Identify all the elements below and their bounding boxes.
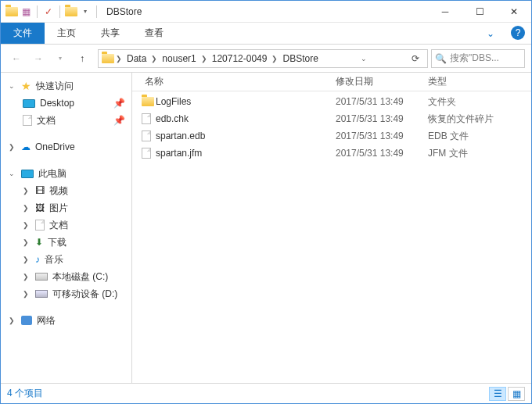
column-type[interactable]: 类型 xyxy=(428,75,531,88)
breadcrumb-dropdown-icon[interactable]: ⌄ xyxy=(361,55,367,63)
search-placeholder: 搜索"DBS... xyxy=(450,52,499,65)
file-type: 恢复的文件碎片 xyxy=(428,113,494,126)
chevron-right-icon[interactable]: ❯ xyxy=(23,221,31,229)
sidebar-item-documents[interactable]: 文档 📌 xyxy=(1,112,131,129)
star-icon: ★ xyxy=(21,80,31,92)
sidebar-label: 文档 xyxy=(49,219,68,232)
file-date: 2017/5/31 13:49 xyxy=(336,148,428,159)
pc-icon xyxy=(21,170,34,178)
search-input[interactable]: 🔍 搜索"DBS... xyxy=(431,49,525,68)
sidebar-label: 下载 xyxy=(48,236,66,249)
refresh-button[interactable]: ⟳ xyxy=(407,53,424,64)
view-switcher: ☰ ▦ xyxy=(489,387,525,401)
breadcrumb-folder-icon xyxy=(102,52,114,65)
chevron-right-icon[interactable]: ❯ xyxy=(23,256,31,263)
file-date: 2017/5/31 13:49 xyxy=(336,96,428,107)
chevron-down-icon[interactable]: ⌄ xyxy=(9,170,16,177)
chevron-right-icon[interactable]: ❯ xyxy=(9,143,16,151)
breadcrumb-segment[interactable]: nouser1 xyxy=(159,53,199,64)
chevron-right-icon[interactable]: ❯ xyxy=(23,273,31,281)
chevron-right-icon[interactable]: ❯ xyxy=(116,55,122,63)
pin-icon: 📌 xyxy=(113,115,125,126)
file-type: EDB 文件 xyxy=(428,130,469,143)
file-name: edb.chk xyxy=(156,113,336,124)
chevron-down-icon[interactable]: ⌄ xyxy=(9,82,16,90)
file-date: 2017/5/31 13:49 xyxy=(336,113,428,124)
sidebar-item-pictures[interactable]: ❯ 🖼 图片 xyxy=(1,199,131,216)
tab-view[interactable]: 查看 xyxy=(132,23,176,44)
details-view-button[interactable]: ☰ xyxy=(489,387,506,401)
nav-history-dropdown[interactable]: ▾ xyxy=(51,49,70,68)
music-icon: ♪ xyxy=(35,254,40,265)
download-icon: ⬇ xyxy=(35,237,43,248)
sidebar-item-quick-access[interactable]: ⌄ ★ 快速访问 xyxy=(1,77,131,95)
nav-back-button[interactable]: ← xyxy=(7,49,26,68)
sidebar-label: 本地磁盘 (C:) xyxy=(52,270,108,284)
window-title: DBStore xyxy=(106,6,142,17)
sidebar-label: 图片 xyxy=(49,202,68,215)
breadcrumb-segment[interactable]: Data xyxy=(124,53,149,64)
file-row[interactable]: LogFiles 2017/5/31 13:49 文件夹 xyxy=(132,93,531,110)
chevron-right-icon[interactable]: ❯ xyxy=(201,55,207,63)
nav-up-button[interactable]: ↑ xyxy=(73,49,92,68)
desktop-icon xyxy=(23,99,35,108)
minimize-button[interactable]: ─ xyxy=(428,1,462,23)
file-icon xyxy=(142,148,156,159)
sidebar: ⌄ ★ 快速访问 Desktop 📌 文档 📌 ❯ ☁ OneDrive ⌄ 此… xyxy=(1,73,132,383)
qat-dropdown-icon[interactable]: ▾ xyxy=(79,5,92,18)
list-header: 名称 修改日期 类型 xyxy=(132,73,531,91)
folder-icon xyxy=(142,97,156,106)
breadcrumb-segment[interactable]: 120712-0049 xyxy=(209,53,271,64)
sidebar-label: 音乐 xyxy=(45,253,63,266)
sidebar-item-desktop[interactable]: Desktop 📌 xyxy=(1,95,131,112)
sidebar-item-downloads[interactable]: ❯ ⬇ 下载 xyxy=(1,234,131,251)
sidebar-item-network[interactable]: ❯ 网络 xyxy=(1,312,131,329)
sidebar-label: 快速访问 xyxy=(36,80,74,93)
breadcrumb-segment[interactable]: DBStore xyxy=(279,53,321,64)
tab-share[interactable]: 共享 xyxy=(88,23,132,44)
tab-file[interactable]: 文件 xyxy=(1,23,45,44)
chevron-right-icon[interactable]: ❯ xyxy=(23,187,31,195)
sidebar-label: Desktop xyxy=(40,98,74,109)
sidebar-item-onedrive[interactable]: ❯ ☁ OneDrive xyxy=(1,138,131,156)
main-area: 名称 修改日期 类型 LogFiles 2017/5/31 13:49 文件夹 … xyxy=(132,73,531,383)
sidebar-item-video[interactable]: ❯ 🎞 视频 xyxy=(1,182,131,199)
document-icon xyxy=(35,220,45,231)
file-name: spartan.edb xyxy=(156,130,336,141)
chevron-right-icon[interactable]: ❯ xyxy=(23,238,31,246)
maximize-button[interactable]: ☐ xyxy=(462,1,497,23)
breadcrumb[interactable]: ❯ Data ❯ nouser1 ❯ 120712-0049 ❯ DBStore… xyxy=(98,49,428,68)
column-modified[interactable]: 修改日期 xyxy=(336,75,428,88)
sidebar-item-documents2[interactable]: ❯ 文档 xyxy=(1,216,131,234)
close-button[interactable]: ✕ xyxy=(497,1,531,23)
file-row[interactable]: edb.chk 2017/5/31 13:49 恢复的文件碎片 xyxy=(132,110,531,127)
search-icon: 🔍 xyxy=(435,53,447,64)
file-icon xyxy=(142,130,156,141)
sidebar-item-music[interactable]: ❯ ♪ 音乐 xyxy=(1,251,131,268)
ribbon-expand-icon[interactable]: ⌄ xyxy=(476,23,505,44)
tab-home[interactable]: 主页 xyxy=(45,23,88,44)
file-date: 2017/5/31 13:49 xyxy=(336,130,428,141)
file-row[interactable]: spartan.edb 2017/5/31 13:49 EDB 文件 xyxy=(132,127,531,145)
sidebar-item-localdisk[interactable]: ❯ 本地磁盘 (C:) xyxy=(1,268,131,285)
document-icon xyxy=(23,115,32,126)
chevron-right-icon[interactable]: ❯ xyxy=(23,204,31,212)
chevron-right-icon[interactable]: ❯ xyxy=(271,55,278,63)
icons-view-button[interactable]: ▦ xyxy=(508,387,525,401)
checkmark-icon[interactable]: ✓ xyxy=(42,5,55,18)
properties-icon[interactable]: ▦ xyxy=(20,5,32,18)
item-count: 4 个项目 xyxy=(7,387,43,400)
sidebar-item-thispc[interactable]: ⌄ 此电脑 xyxy=(1,165,131,182)
chevron-right-icon[interactable]: ❯ xyxy=(151,55,157,63)
chevron-right-icon[interactable]: ❯ xyxy=(23,290,31,298)
chevron-right-icon[interactable]: ❯ xyxy=(9,316,16,324)
file-list: LogFiles 2017/5/31 13:49 文件夹 edb.chk 201… xyxy=(132,91,531,383)
nav-forward-button[interactable]: → xyxy=(29,49,48,68)
sidebar-item-removable[interactable]: ❯ 可移动设备 (D:) xyxy=(1,285,131,302)
help-icon[interactable]: ? xyxy=(511,26,525,40)
video-icon: 🎞 xyxy=(35,185,45,196)
column-name[interactable]: 名称 xyxy=(132,75,336,88)
file-row[interactable]: spartan.jfm 2017/5/31 13:49 JFM 文件 xyxy=(132,145,531,162)
pin-icon: 📌 xyxy=(113,98,125,109)
sidebar-label: 文档 xyxy=(37,114,56,127)
